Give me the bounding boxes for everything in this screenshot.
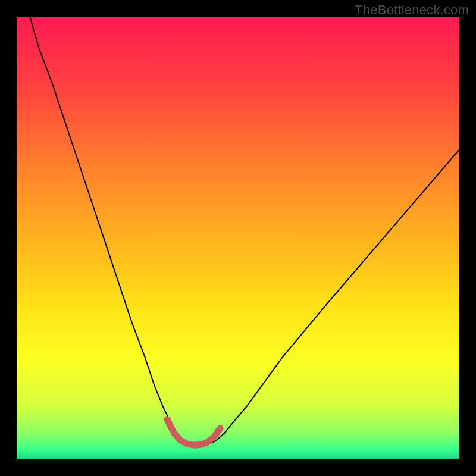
- bottleneck-chart: [17, 17, 459, 459]
- chart-frame: TheBottleneck.com: [0, 0, 476, 476]
- watermark-text: TheBottleneck.com: [355, 2, 469, 18]
- plot-area: [17, 17, 459, 459]
- gradient-background: [17, 17, 459, 459]
